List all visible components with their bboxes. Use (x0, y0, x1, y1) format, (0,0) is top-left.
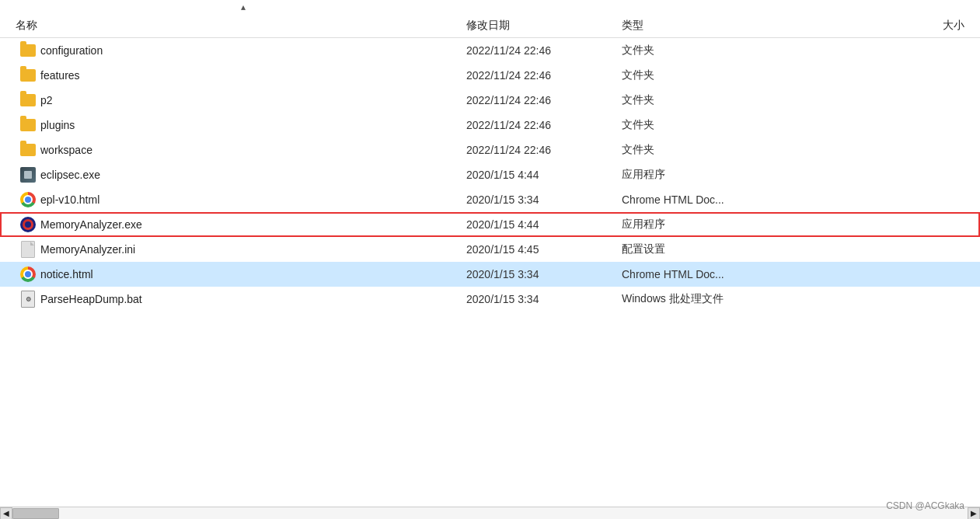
file-type: 应用程序 (622, 168, 839, 182)
file-name: ParseHeapDump.bat (40, 293, 466, 305)
scroll-right-button[interactable]: ▶ (968, 507, 980, 520)
file-date: 2022/11/24 22:46 (466, 144, 622, 156)
file-date: 2020/1/15 3:34 (466, 268, 622, 280)
file-date: 2020/1/15 3:34 (466, 293, 622, 305)
folder-icon (20, 94, 36, 106)
file-type: 文件夹 (622, 143, 839, 157)
table-row[interactable]: notice.html2020/1/15 3:34Chrome HTML Doc… (0, 262, 980, 287)
col-header-size[interactable]: 大小 (839, 19, 980, 33)
ini-file-icon (21, 241, 35, 258)
file-type: 文件夹 (622, 118, 839, 132)
file-type: Windows 批处理文件 (622, 292, 839, 306)
file-type: 配置设置 (622, 242, 839, 256)
table-row[interactable]: plugins2022/11/24 22:46文件夹 (0, 113, 980, 138)
file-date: 2022/11/24 22:46 (466, 69, 622, 82)
chrome-icon (20, 192, 36, 207)
file-date: 2020/1/15 4:44 (466, 218, 622, 231)
file-name: p2 (40, 94, 466, 106)
file-name: MemoryAnalyzer.exe (40, 218, 466, 231)
app-icon (20, 167, 36, 183)
file-name: MemoryAnalyzer.ini (40, 243, 466, 256)
table-row[interactable]: configuration2022/11/24 22:46文件夹 (0, 38, 980, 63)
column-headers: 名称 修改日期 类型 大小 (0, 14, 980, 38)
memory-analyzer-icon (20, 217, 36, 232)
file-type: Chrome HTML Doc... (622, 268, 839, 280)
file-name: eclipsec.exe (40, 169, 466, 181)
file-name: epl-v10.html (40, 193, 466, 206)
folder-icon (20, 44, 36, 57)
horizontal-scrollbar[interactable]: ◀ ▶ (0, 507, 980, 519)
file-date: 2022/11/24 22:46 (466, 94, 622, 106)
file-name: plugins (40, 119, 466, 131)
table-row[interactable]: features2022/11/24 22:46文件夹 (0, 63, 980, 88)
file-name: workspace (40, 144, 466, 156)
file-type: 文件夹 (622, 93, 839, 107)
file-explorer: ▴ 名称 修改日期 类型 大小 configuration2022/11/24 … (0, 0, 980, 519)
folder-icon (20, 69, 36, 82)
folder-icon (20, 119, 36, 131)
table-row[interactable]: p22022/11/24 22:46文件夹 (0, 88, 980, 113)
sort-arrow: ▴ (0, 0, 980, 14)
file-date: 2020/1/15 4:44 (466, 169, 622, 181)
col-header-type[interactable]: 类型 (622, 19, 839, 33)
bat-file-icon: ⚙ (21, 291, 35, 308)
file-date: 2020/1/15 3:34 (466, 193, 622, 206)
file-date: 2020/1/15 4:45 (466, 243, 622, 256)
file-date: 2022/11/24 22:46 (466, 119, 622, 131)
table-row[interactable]: workspace2022/11/24 22:46文件夹 (0, 138, 980, 162)
file-type: 文件夹 (622, 68, 839, 82)
file-name: features (40, 69, 466, 82)
chrome-icon (20, 266, 36, 282)
table-row[interactable]: MemoryAnalyzer.exe2020/1/15 4:44应用程序 (0, 212, 980, 237)
col-header-name[interactable]: 名称 (0, 19, 466, 33)
scroll-track[interactable] (12, 507, 968, 520)
file-list: configuration2022/11/24 22:46文件夹features… (0, 38, 980, 507)
col-header-date[interactable]: 修改日期 (466, 19, 622, 33)
scroll-thumb[interactable] (12, 508, 59, 519)
table-row[interactable]: MemoryAnalyzer.ini2020/1/15 4:45配置设置 (0, 237, 980, 262)
file-type: Chrome HTML Doc... (622, 193, 839, 206)
file-type: 文件夹 (622, 44, 839, 57)
watermark: CSDN @ACGkaka (886, 500, 964, 511)
table-row[interactable]: epl-v10.html2020/1/15 3:34Chrome HTML Do… (0, 187, 980, 212)
file-name: notice.html (40, 268, 466, 280)
folder-icon (20, 144, 36, 156)
table-row[interactable]: eclipsec.exe2020/1/15 4:44应用程序 (0, 162, 980, 187)
scroll-left-button[interactable]: ◀ (0, 507, 12, 520)
file-name: configuration (40, 44, 466, 57)
file-date: 2022/11/24 22:46 (466, 44, 622, 57)
table-row[interactable]: ⚙ParseHeapDump.bat2020/1/15 3:34Windows … (0, 287, 980, 312)
file-type: 应用程序 (622, 218, 839, 232)
